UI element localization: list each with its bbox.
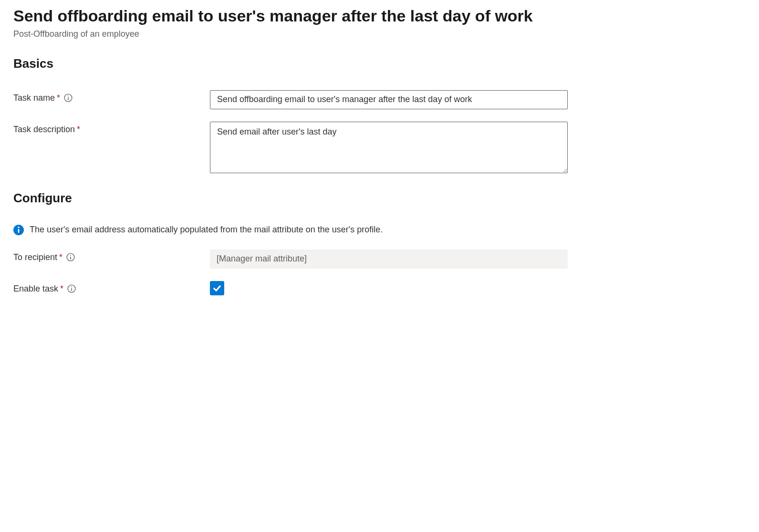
form-row-task-name: Task name * [13, 90, 746, 109]
to-recipient-label-group: To recipient * [13, 250, 210, 262]
task-name-label-group: Task name * [13, 90, 210, 103]
page-title: Send offboarding email to user's manager… [13, 6, 746, 26]
task-description-label-group: Task description * [13, 122, 210, 135]
to-recipient-field: [Manager mail attribute] [210, 250, 568, 269]
enable-task-checkbox[interactable] [210, 281, 224, 295]
form-row-task-description: Task description * [13, 122, 746, 175]
svg-point-5 [18, 226, 19, 228]
form-row-enable-task: Enable task * [13, 281, 746, 295]
svg-point-8 [70, 255, 71, 256]
task-name-input[interactable] [210, 90, 568, 109]
task-description-label: Task description [13, 125, 75, 135]
required-asterisk: * [77, 125, 80, 135]
info-icon[interactable] [66, 253, 75, 261]
required-asterisk: * [59, 252, 62, 262]
info-banner-text: The user's email address automatically p… [30, 225, 383, 235]
form-row-to-recipient: To recipient * [Manager mail attribute] [13, 250, 746, 269]
required-asterisk: * [60, 284, 63, 294]
info-icon[interactable] [64, 94, 73, 102]
section-heading-configure: Configure [13, 191, 746, 206]
enable-task-label: Enable task [13, 284, 58, 294]
info-filled-icon [13, 225, 24, 235]
enable-task-label-group: Enable task * [13, 281, 210, 294]
task-description-input[interactable] [210, 122, 568, 173]
task-name-label: Task name [13, 93, 55, 103]
svg-point-2 [68, 95, 69, 96]
section-heading-basics: Basics [13, 56, 746, 71]
svg-rect-4 [18, 229, 20, 232]
info-icon[interactable] [67, 284, 76, 293]
to-recipient-label: To recipient [13, 252, 57, 262]
svg-point-11 [71, 286, 72, 287]
required-asterisk: * [57, 93, 60, 103]
page-subtitle: Post-Offboarding of an employee [13, 29, 746, 39]
info-banner: The user's email address automatically p… [13, 225, 746, 235]
